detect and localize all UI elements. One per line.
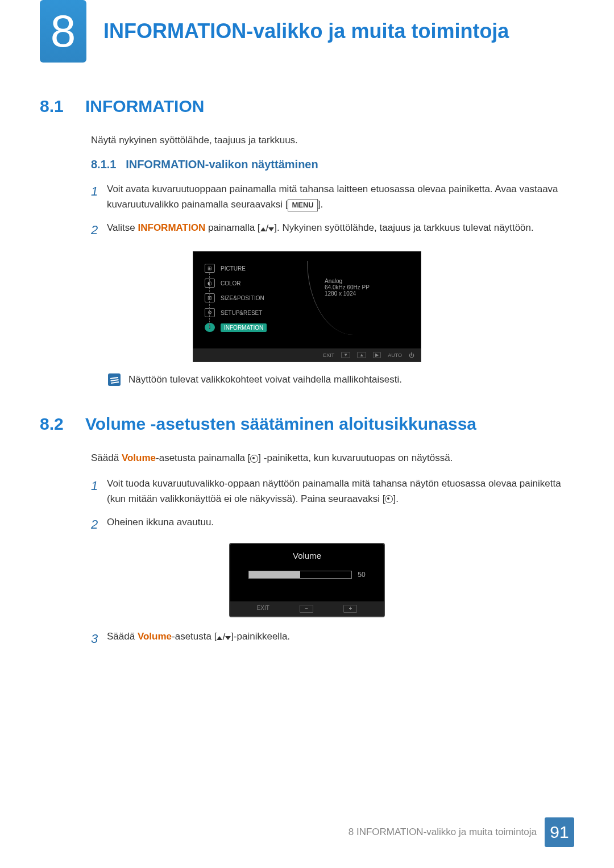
- osd-footer: EXIT ▼ ▲ ▶ AUTO ⏻: [193, 348, 421, 362]
- menu-button-label: MENU: [288, 199, 317, 212]
- footer-chapter-text: 8 INFORMATION-valikko ja muita toimintoj…: [349, 827, 537, 838]
- chapter-title: INFORMATION-valikko ja muita toimintoja: [103, 19, 509, 43]
- text: ]. Nykyinen syöttölähde, taajuus ja tark…: [274, 222, 533, 233]
- section-title: Volume -asetusten säätäminen aloitusikku…: [85, 414, 476, 434]
- step-text: Voit tuoda kuvaruutuvalikko-oppaan näytt…: [107, 476, 574, 506]
- section-number: 8.1: [40, 97, 85, 116]
- menu-item-information-active: i INFORMATION: [205, 320, 307, 335]
- highlight-volume: Volume: [122, 452, 156, 463]
- step-number: 1: [91, 181, 107, 212]
- subsection-number: 8.1.1: [91, 158, 116, 171]
- text: Voit avata kuvaruutuoppaan painamalla mi…: [107, 184, 558, 210]
- text: Säädä: [91, 452, 122, 463]
- section-title: INFORMATION: [85, 97, 204, 116]
- step-number: 2: [91, 220, 107, 240]
- step-text: Säädä Volume-asetusta [/]-painikkeella.: [107, 629, 574, 649]
- osd-info-panel: Analog 64.0kHz 60Hz PP 1280 x 1024: [307, 261, 409, 335]
- section2-intro: Säädä Volume-asetusta painamalla [] -pai…: [91, 451, 574, 466]
- page-number: 91: [545, 817, 574, 847]
- osd-volume: Volume 50 EXIT − +: [229, 543, 385, 617]
- up-down-icon: /: [217, 629, 231, 645]
- step-number: 1: [91, 476, 107, 506]
- text: Voit tuoda kuvaruutuvalikko-oppaan näytt…: [107, 478, 561, 504]
- text: Säädä: [107, 631, 138, 642]
- osd-information-menu: ⊞ PICTURE ◐ COLOR ⊞ SIZE&POSITION ⚙ SETU…: [193, 251, 421, 362]
- plus-icon: +: [343, 605, 357, 613]
- text: Valitse: [107, 222, 138, 233]
- label: COLOR: [221, 280, 241, 286]
- volume-fill: [249, 571, 300, 578]
- footer-up-icon: ▲: [357, 352, 366, 358]
- menu-item-picture: ⊞ PICTURE: [205, 261, 307, 276]
- note-icon: [108, 373, 121, 386]
- highlight-volume: Volume: [138, 631, 172, 642]
- text: ].: [318, 199, 323, 210]
- note-text: Näyttöön tulevat valikkokohteet voivat v…: [128, 374, 402, 385]
- label: INFORMATION: [221, 323, 267, 332]
- footer-play-icon: ▶: [373, 352, 381, 358]
- section-8-1-header: 8.1 INFORMATION: [40, 97, 574, 116]
- note: Näyttöön tulevat valikkokohteet voivat v…: [108, 373, 574, 386]
- step-2: 2 Valitse INFORMATION painamalla [/]. Ny…: [91, 220, 574, 240]
- text: painamalla [: [205, 222, 260, 233]
- highlight-information: INFORMATION: [138, 222, 206, 233]
- footer-power-icon: ⏻: [409, 352, 414, 358]
- step-text: Voit avata kuvaruutuoppaan painamalla mi…: [107, 181, 574, 212]
- label: PICTURE: [221, 265, 246, 272]
- text: -asetusta [: [172, 631, 217, 642]
- chapter-number-badge: 8: [40, 0, 86, 63]
- volume-bar: [248, 571, 352, 579]
- circle-button-icon: [385, 495, 393, 503]
- step-2-s2: 2 Oheinen ikkuna avautuu.: [91, 514, 574, 534]
- step-3-s2: 3 Säädä Volume-asetusta [/]-painikkeella…: [91, 629, 574, 649]
- step-text: Valitse INFORMATION painamalla [/]. Nyky…: [107, 220, 574, 240]
- label: SETUP&RESET: [221, 310, 262, 316]
- chapter-header: 8 INFORMATION-valikko ja muita toimintoj…: [40, 0, 574, 63]
- step-text: Oheinen ikkuna avautuu.: [107, 514, 574, 534]
- subsection-8-1-1: 8.1.1 INFORMATION-valikon näyttäminen: [91, 158, 574, 171]
- label: SIZE&POSITION: [221, 295, 264, 301]
- footer-exit: EXIT: [257, 605, 269, 613]
- step-number: 3: [91, 629, 107, 649]
- info-resolution: 1280 x 1024: [325, 290, 409, 297]
- volume-title: Volume: [230, 544, 384, 571]
- step-1: 1 Voit avata kuvaruutuoppaan painamalla …: [91, 181, 574, 212]
- text: -asetusta painamalla [: [156, 452, 250, 463]
- volume-value: 50: [358, 571, 365, 579]
- volume-footer: EXIT − +: [230, 601, 384, 616]
- subsection-title: INFORMATION-valikon näyttäminen: [126, 158, 318, 171]
- up-down-icon: /: [260, 221, 275, 236]
- minus-icon: −: [300, 605, 313, 613]
- section-intro: Näytä nykyinen syöttölähde, taajuus ja t…: [91, 133, 574, 148]
- menu-item-color: ◐ COLOR: [205, 276, 307, 290]
- info-frequency: 64.0kHz 60Hz PP: [325, 284, 409, 290]
- tree-line: [209, 273, 210, 328]
- section-number: 8.2: [40, 414, 85, 434]
- step-1-s2: 1 Voit tuoda kuvaruutuvalikko-oppaan näy…: [91, 476, 574, 506]
- picture-icon: ⊞: [205, 264, 215, 273]
- text: ]-painikkeella.: [231, 631, 290, 642]
- section-8-2-header: 8.2 Volume -asetusten säätäminen aloitus…: [40, 414, 574, 434]
- text: ].: [393, 493, 398, 504]
- footer-exit: EXIT: [323, 352, 334, 358]
- info-source: Analog: [325, 278, 409, 284]
- footer-auto: AUTO: [388, 352, 402, 358]
- text: ] -painiketta, kun kuvaruutuopas on näyt…: [258, 452, 453, 463]
- menu-item-size-position: ⊞ SIZE&POSITION: [205, 290, 307, 305]
- step-number: 2: [91, 514, 107, 534]
- menu-item-setup-reset: ⚙ SETUP&RESET: [205, 305, 307, 320]
- circle-button-icon: [250, 455, 258, 463]
- footer-down-icon: ▼: [341, 352, 350, 358]
- page-footer: 8 INFORMATION-valikko ja muita toimintoj…: [349, 817, 574, 847]
